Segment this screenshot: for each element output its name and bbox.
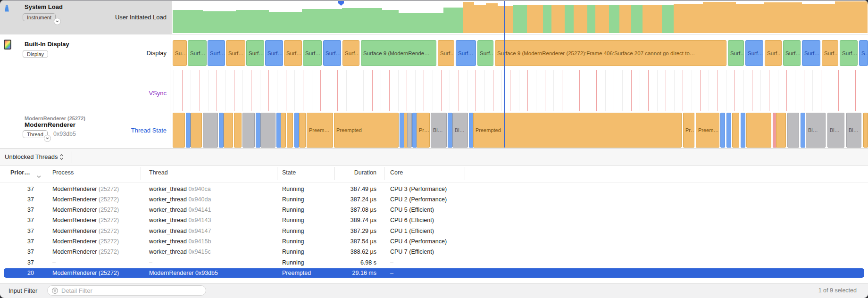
cell-process: ModernRenderer (25272)	[52, 215, 119, 225]
thread-state-block[interactable]: Bl…	[431, 113, 447, 148]
display-surface-block[interactable]: Surf…	[323, 40, 341, 66]
thread-state-block[interactable]: Preempted	[334, 113, 399, 148]
column-header-process[interactable]: Process	[52, 169, 74, 176]
column-divider[interactable]	[46, 167, 46, 180]
table-row[interactable]: 37ModernRenderer (25272)worker_thread 0x…	[0, 226, 868, 236]
chevron-down-icon[interactable]	[54, 18, 61, 25]
load-step	[643, 5, 662, 33]
thread-state-block[interactable]: Preem…	[307, 113, 333, 148]
thread-state-block[interactable]	[203, 113, 218, 148]
thread-state-block[interactable]	[787, 113, 799, 148]
thread-state-block[interactable]	[242, 113, 255, 148]
display-surface-block[interactable]: Surf…	[284, 40, 302, 66]
grid-line	[830, 70, 830, 111]
thread-state-block[interactable]	[299, 113, 306, 148]
display-surface-block[interactable]: Surf…	[840, 40, 858, 66]
thread-state-block[interactable]: Pr…	[683, 113, 694, 148]
sort-chevron-icon[interactable]	[37, 172, 41, 180]
table-row[interactable]: 20ModernRenderer (25272)ModernRenderer 0…	[0, 268, 868, 278]
thread-state-block[interactable]	[732, 113, 739, 148]
table-row[interactable]: 37ModernRenderer (25272)worker_thread 0x…	[0, 184, 868, 194]
cell-priority: 37	[9, 205, 34, 215]
system-load-lane[interactable]	[170, 1, 868, 33]
detail-filter-field[interactable]: Detail Filter	[47, 285, 206, 296]
thread-state-block[interactable]	[776, 113, 786, 148]
display-surface-block[interactable]: Surf…	[822, 40, 838, 66]
thread-state-block[interactable]	[746, 113, 771, 148]
thread-state-block[interactable]	[741, 113, 745, 148]
detail-scope-select[interactable]: Unblocked Threads	[5, 153, 58, 160]
display-surface-block[interactable]: Surf…	[765, 40, 782, 66]
cell-thread: worker_thread 0x9415b	[149, 237, 211, 247]
thread-state-block[interactable]	[173, 113, 185, 148]
display-surface-block[interactable]: Surf…	[226, 40, 245, 66]
column-header-core[interactable]: Core	[390, 169, 403, 176]
display-surface-block[interactable]: Surf…	[456, 40, 476, 66]
thread-state-block[interactable]	[407, 113, 412, 148]
column-header-thread[interactable]: Thread	[149, 169, 168, 176]
column-header-duration[interactable]: Duration	[326, 169, 376, 176]
display-surface-block[interactable]: Surf…	[303, 40, 322, 66]
column-divider[interactable]	[465, 167, 465, 180]
thread-state-block[interactable]	[281, 113, 286, 148]
table-row[interactable]: 37ModernRenderer (25272)worker_thread 0x…	[0, 215, 868, 225]
column-header-priority[interactable]: Prior…	[10, 169, 30, 176]
thread-state-lane[interactable]: Preem…PreemptedPr…Bl…Bl…PreemptedPr…Pree…	[170, 113, 868, 148]
thread-state-block[interactable]: Pr…	[417, 113, 430, 148]
display-surface-block[interactable]: Surf…	[246, 40, 264, 66]
display-surface-block[interactable]: Su…	[173, 40, 187, 66]
table-row[interactable]: 37ModernRenderer (25272)worker_thread 0x…	[0, 195, 868, 205]
table-row[interactable]: 37ModernRenderer (25272)worker_thread 0x…	[0, 247, 868, 257]
display-surface-block[interactable]: Surf…	[745, 40, 763, 66]
vsync-lane[interactable]	[170, 70, 868, 111]
cell-thread: –	[149, 258, 152, 268]
thread-state-block[interactable]	[448, 113, 452, 148]
thread-state-block[interactable]	[863, 113, 868, 148]
display-surface-block[interactable]: S…	[859, 40, 868, 66]
thread-state-block[interactable]: Bl…	[806, 113, 826, 148]
display-surface-block[interactable]: Surf…	[342, 40, 359, 66]
display-surface-block[interactable]: Surf…	[783, 40, 801, 66]
display-surface-block[interactable]: Surface 9 (ModernRende…	[361, 40, 436, 66]
thread-state-block[interactable]: Bl…	[846, 113, 861, 148]
thread-state-block[interactable]	[720, 113, 725, 148]
thread-state-block[interactable]	[234, 113, 242, 148]
column-header-state[interactable]: State	[282, 169, 296, 176]
display-surface-block[interactable]: Surface 9 (ModernRenderer (25272):Frame …	[495, 40, 726, 66]
thread-state-block[interactable]: Bl…	[452, 113, 468, 148]
table-row[interactable]: 37ModernRenderer (25272)worker_thread 0x…	[0, 205, 868, 215]
thread-state-block[interactable]	[726, 113, 731, 148]
thread-state-block[interactable]	[224, 113, 233, 148]
cell-priority: 37	[9, 258, 34, 268]
display-surface-block[interactable]: Surf…	[802, 40, 820, 66]
thread-state-block[interactable]	[186, 113, 191, 148]
display-surface-block[interactable]: Surf…	[477, 40, 493, 66]
thread-state-block[interactable]	[287, 113, 293, 148]
thread-state-block[interactable]: Preem…	[696, 113, 719, 148]
column-divider[interactable]	[384, 167, 384, 180]
playhead-line[interactable]	[504, 1, 505, 148]
table-row[interactable]: 37––Running6.98 s–	[0, 258, 868, 268]
cell-core: CPU 6 (Efficient)	[390, 215, 434, 225]
thread-state-block[interactable]	[191, 113, 202, 148]
load-step	[551, 5, 565, 33]
thread-state-block[interactable]: Bl…	[827, 113, 844, 148]
display-surface-block[interactable]: Surf…	[728, 40, 744, 66]
chevron-down-icon[interactable]	[44, 135, 51, 142]
column-divider[interactable]	[334, 167, 335, 180]
thread-state-block[interactable]	[256, 113, 260, 148]
thread-state-block[interactable]	[294, 113, 299, 148]
thread-state-block[interactable]	[801, 113, 805, 148]
column-divider[interactable]	[141, 167, 141, 180]
display-surface-block[interactable]: Surf…	[188, 40, 207, 66]
updown-stepper-icon[interactable]	[59, 154, 64, 162]
table-row[interactable]: 37ModernRenderer (25272)worker_thread 0x…	[0, 237, 868, 247]
thread-state-block[interactable]	[219, 113, 224, 148]
display-surface-block[interactable]: Surf…	[208, 40, 225, 66]
display-surfaces-lane[interactable]: Su…Surf…Surf…Surf…Surf…Surf…Surf…Surf…Su…	[170, 40, 868, 66]
display-surface-block[interactable]: Surf…	[438, 40, 454, 66]
column-divider[interactable]	[277, 167, 277, 180]
thread-state-block[interactable]	[260, 113, 275, 148]
display-surface-block[interactable]: Surf…	[265, 40, 283, 66]
grid-line	[692, 70, 692, 111]
